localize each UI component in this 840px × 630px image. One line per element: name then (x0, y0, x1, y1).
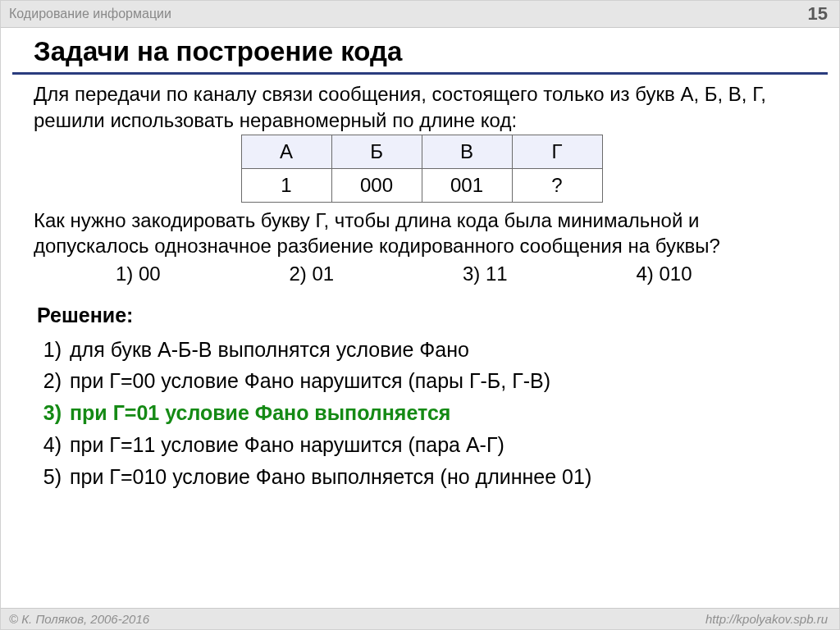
list-item: 1) для букв А-Б-В выполнятся условие Фан… (34, 334, 810, 366)
slide-body: Для передачи по каналу связи сообщения, … (1, 81, 839, 608)
step-text: при Г=01 условие Фано выполняется (70, 397, 450, 429)
table-row: А Б В Г (241, 135, 602, 169)
cell-letter: А (241, 135, 331, 169)
problem-question: Как нужно закодировать букву Г, чтобы дл… (34, 208, 810, 259)
cell-code: 001 (422, 169, 512, 203)
topbar: Кодирование информации 15 (1, 1, 839, 28)
cell-code: 1 (241, 169, 331, 203)
footer: © К. Поляков, 2006-2016 http://kpolyakov… (1, 608, 839, 629)
cell-letter: Б (331, 135, 422, 169)
cell-letter: В (422, 135, 512, 169)
list-item: 2) при Г=00 условие Фано нарушится (пары… (34, 365, 810, 397)
step-number: 3) (34, 397, 70, 429)
option: 1) 00 (116, 261, 290, 287)
step-text: при Г=11 условие Фано нарушится (пара А-… (70, 429, 504, 461)
list-item: 5) при Г=010 условие Фано выполняется (н… (34, 461, 810, 493)
list-item-correct: 3) при Г=01 условие Фано выполняется (34, 397, 810, 429)
step-text: при Г=00 условие Фано нарушится (пары Г-… (70, 365, 550, 397)
breadcrumb: Кодирование информации (9, 7, 171, 21)
slide: Кодирование информации 15 Задачи на пост… (0, 0, 840, 630)
page-title: Задачи на построение кода (1, 28, 839, 71)
copyright: © К. Поляков, 2006-2016 (9, 612, 149, 626)
step-number: 2) (34, 365, 70, 397)
table-row: 1 000 001 ? (241, 169, 602, 203)
option: 3) 11 (463, 261, 637, 287)
answer-options: 1) 00 2) 01 3) 11 4) 010 (34, 261, 810, 287)
page-number: 15 (808, 3, 828, 25)
step-number: 1) (34, 334, 70, 366)
option: 4) 010 (637, 261, 810, 287)
solution-heading: Решение: (37, 302, 810, 329)
cell-code: ? (512, 169, 602, 203)
code-table: А Б В Г 1 000 001 ? (241, 135, 603, 202)
solution-steps: 1) для букв А-Б-В выполнятся условие Фан… (34, 334, 810, 493)
step-number: 4) (34, 429, 70, 461)
step-text: при Г=010 условие Фано выполняется (но д… (70, 461, 591, 493)
footer-url: http://kpolyakov.spb.ru (705, 612, 828, 626)
option: 2) 01 (290, 261, 463, 287)
step-text: для букв А-Б-В выполнятся условие Фано (70, 334, 469, 366)
problem-intro: Для передачи по каналу связи сообщения, … (34, 81, 810, 133)
cell-letter: Г (512, 135, 602, 169)
cell-code: 000 (331, 169, 422, 203)
list-item: 4) при Г=11 условие Фано нарушится (пара… (34, 429, 810, 461)
step-number: 5) (34, 461, 70, 493)
title-rule (12, 72, 828, 75)
